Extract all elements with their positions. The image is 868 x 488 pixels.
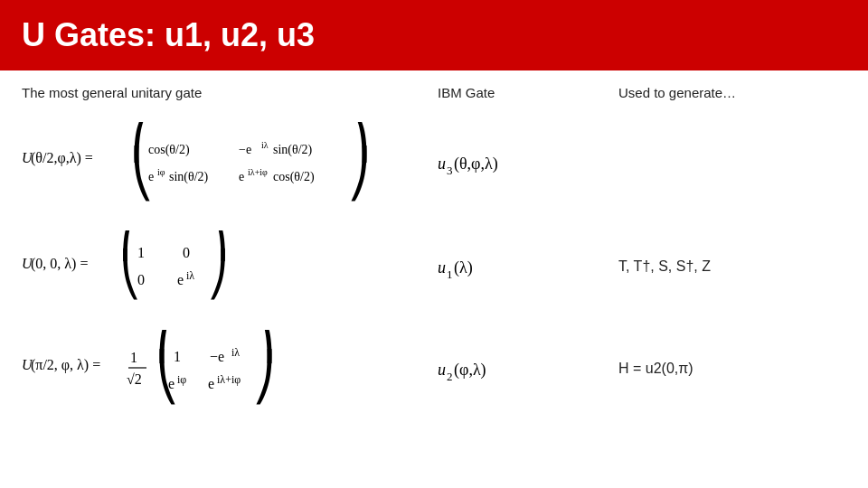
svg-text:iφ: iφ — [157, 167, 165, 177]
svg-text:cos(θ/2): cos(θ/2) — [148, 143, 190, 157]
svg-text:iλ+iφ: iλ+iφ — [248, 167, 268, 177]
page-title: U Gates: u1, u2, u3 — [22, 16, 846, 54]
formula-u3-matrix: U (θ/2,φ,λ) = ⎛ ⎝ cos(θ/2) −e iλ sin(θ/2… — [22, 113, 438, 221]
svg-text:iλ+iφ: iλ+iφ — [217, 373, 241, 386]
svg-text:e: e — [177, 272, 184, 287]
svg-text:e: e — [239, 170, 244, 183]
svg-text:u: u — [438, 361, 446, 379]
svg-text:iλ: iλ — [186, 269, 194, 282]
svg-text:1: 1 — [137, 245, 145, 260]
svg-text:⎠: ⎠ — [207, 248, 229, 300]
svg-text:√2: √2 — [127, 371, 142, 387]
col-header-mid: IBM Gate — [438, 85, 618, 104]
col-header-left: The most general unitary gate — [22, 85, 438, 104]
formula-u2-matrix: U (π/2, φ, λ) = 1 √2 ⎛ ⎝ 1 −e iλ e iφ e … — [22, 321, 438, 407]
ibm-gate-u1: u 1 (λ) — [438, 221, 618, 321]
svg-text:1: 1 — [130, 350, 137, 365]
svg-text:(0, 0, λ) =: (0, 0, λ) = — [31, 256, 88, 272]
header: U Gates: u1, u2, u3 — [0, 0, 868, 70]
svg-text:(π/2, φ, λ) =: (π/2, φ, λ) = — [31, 357, 100, 373]
svg-text:(θ,φ,λ): (θ,φ,λ) — [454, 155, 498, 174]
svg-text:1: 1 — [174, 349, 181, 364]
svg-text:−e: −e — [210, 349, 224, 364]
svg-text:e: e — [208, 376, 214, 391]
svg-text:0: 0 — [183, 245, 190, 260]
svg-text:0: 0 — [137, 272, 145, 287]
used-for-u2: H = u2(0,π) — [618, 321, 868, 407]
svg-text:(λ): (λ) — [454, 258, 473, 277]
used-for-u1-text: T, T†, S, S†, Z — [618, 258, 711, 275]
svg-text:⎠: ⎠ — [347, 145, 371, 202]
ibm-gate-u2: u 2 (φ,λ) — [438, 321, 618, 407]
svg-text:1: 1 — [447, 267, 453, 281]
col-header-right: Used to generate… — [618, 85, 868, 104]
formula-u1-matrix: U (0, 0, λ) = ⎛ ⎝ 1 0 0 e iλ ⎞ ⎠ — [22, 221, 438, 321]
svg-text:iλ: iλ — [231, 346, 240, 359]
svg-text:u: u — [438, 155, 446, 173]
svg-text:(φ,λ): (φ,λ) — [454, 361, 486, 380]
svg-text:iφ: iφ — [177, 373, 186, 386]
svg-text:e: e — [148, 170, 154, 183]
svg-text:iλ: iλ — [261, 140, 269, 150]
svg-text:(θ/2,φ,λ) =: (θ/2,φ,λ) = — [31, 150, 93, 166]
used-for-u2-text: H = u2(0,π) — [618, 361, 693, 377]
svg-text:−e: −e — [239, 143, 251, 156]
svg-text:e: e — [168, 376, 175, 391]
svg-text:u: u — [438, 258, 446, 277]
used-for-u3 — [618, 113, 868, 221]
svg-text:sin(θ/2): sin(θ/2) — [273, 143, 313, 157]
ibm-gate-u3: u 3 (θ,φ,λ) — [438, 113, 618, 221]
svg-text:3: 3 — [447, 164, 453, 177]
svg-text:cos(θ/2): cos(θ/2) — [273, 170, 315, 184]
svg-text:2: 2 — [447, 370, 453, 383]
used-for-u1: T, T†, S, S†, Z — [618, 221, 868, 321]
svg-text:sin(θ/2): sin(θ/2) — [169, 170, 209, 184]
svg-text:⎠: ⎠ — [252, 349, 276, 405]
